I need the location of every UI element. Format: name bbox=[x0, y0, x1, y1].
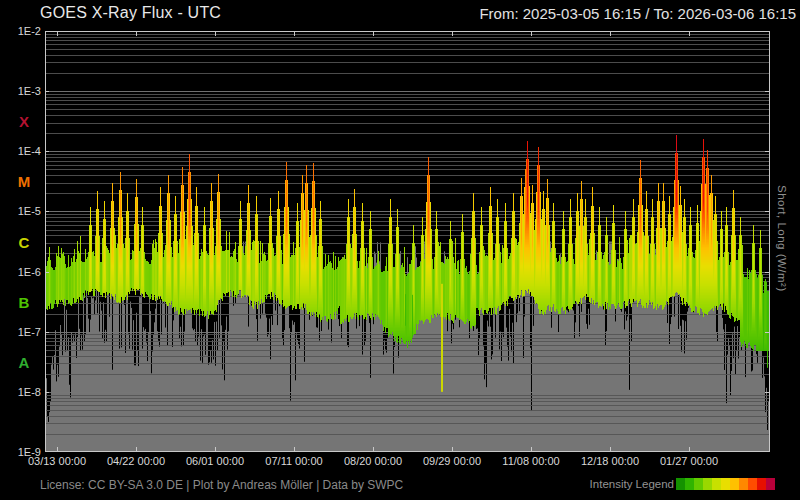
y-tick-label: 1E-7 bbox=[1, 326, 41, 338]
legend-swatch bbox=[712, 478, 721, 490]
y-tick-label: 1E-2 bbox=[1, 25, 41, 37]
x-tick-label: 03/13 00:00 bbox=[28, 455, 86, 467]
legend-swatch bbox=[721, 478, 730, 490]
class-letter-c: C bbox=[14, 233, 34, 250]
x-tick-label: 11/08 00:00 bbox=[502, 455, 559, 467]
right-axis-label: Short, Long (W/m²) bbox=[770, 185, 788, 335]
legend-swatch bbox=[748, 478, 757, 490]
plot-area: 1E-21E-31E-41E-51E-61E-71E-81E-9XMCBA03/… bbox=[0, 0, 800, 500]
class-letter-x: X bbox=[14, 113, 34, 130]
legend-swatch bbox=[739, 478, 748, 490]
intensity-legend-gradient bbox=[676, 478, 775, 490]
y-tick-label: 1E-3 bbox=[1, 85, 41, 97]
legend-swatch bbox=[766, 478, 775, 490]
intensity-legend: Intensity Legend bbox=[590, 478, 775, 490]
license-text: License: CC BY-SA 3.0 DE | Plot by Andre… bbox=[40, 478, 403, 492]
x-tick-label: 04/22 00:00 bbox=[107, 455, 165, 467]
intensity-legend-label: Intensity Legend bbox=[590, 478, 674, 490]
y-tick-label: 1E-6 bbox=[1, 266, 41, 278]
legend-swatch bbox=[676, 478, 685, 490]
legend-swatch bbox=[730, 478, 739, 490]
class-letter-b: B bbox=[14, 293, 34, 310]
legend-swatch bbox=[757, 478, 766, 490]
x-tick-label: 06/01 00:00 bbox=[186, 455, 244, 467]
x-tick-label: 09/29 00:00 bbox=[423, 455, 481, 467]
legend-swatch bbox=[703, 478, 712, 490]
legend-swatch bbox=[685, 478, 694, 490]
x-tick-label: 07/11 00:00 bbox=[265, 455, 322, 467]
goes-xray-flux-app: GOES X-Ray Flux - UTC From: 2025-03-05 1… bbox=[0, 0, 800, 500]
x-tick-label: 01/27 00:00 bbox=[660, 455, 718, 467]
xray-flux-canvas bbox=[45, 31, 770, 452]
y-tick-label: 1E-4 bbox=[1, 145, 41, 157]
legend-swatch bbox=[694, 478, 703, 490]
x-tick-label: 08/20 00:00 bbox=[344, 455, 402, 467]
y-tick-label: 1E-5 bbox=[1, 205, 41, 217]
class-letter-m: M bbox=[14, 173, 34, 190]
y-tick-label: 1E-8 bbox=[1, 386, 41, 398]
class-letter-a: A bbox=[14, 353, 34, 370]
x-tick-label: 12/18 00:00 bbox=[581, 455, 639, 467]
